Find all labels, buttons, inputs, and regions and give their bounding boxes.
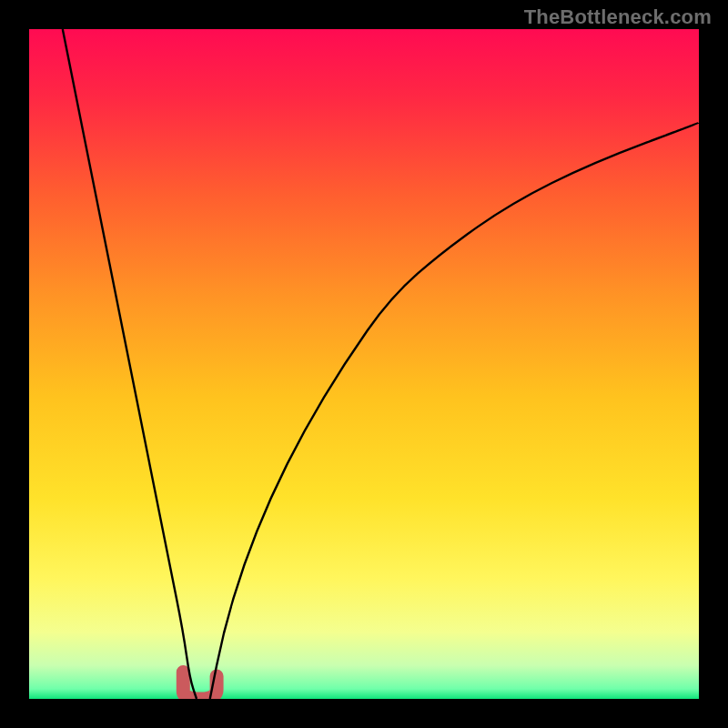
chart-frame: TheBottleneck.com xyxy=(0,0,728,728)
chart-curves xyxy=(29,29,699,699)
watermark-text: TheBottleneck.com xyxy=(524,5,712,29)
curve-right-branch xyxy=(210,123,699,699)
plot-area xyxy=(29,29,699,699)
curve-left-branch xyxy=(63,29,197,699)
